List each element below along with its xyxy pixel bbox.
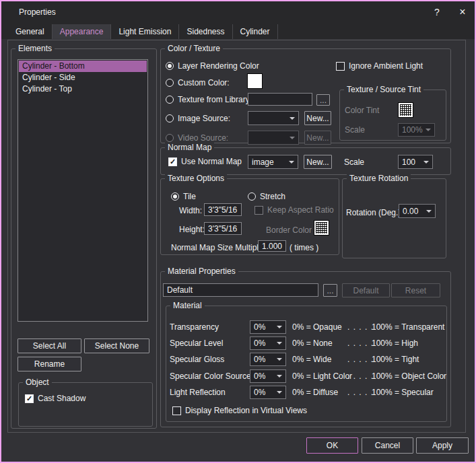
color-tint-swatch[interactable] xyxy=(398,102,413,118)
border-color-swatch[interactable] xyxy=(314,220,329,236)
ignore-ambient-light-checkbox[interactable] xyxy=(336,62,345,71)
row-max-desc: 100% = Tight xyxy=(372,355,419,364)
row-value: 0% xyxy=(254,371,265,381)
normal-map-new-button[interactable]: New... xyxy=(304,155,332,169)
display-reflection-checkbox[interactable] xyxy=(172,406,181,415)
row-min-desc: 0% = None xyxy=(292,339,333,348)
tint-scale-dropdown[interactable]: 100% xyxy=(398,123,435,137)
row-dots: . . . . . xyxy=(347,388,374,397)
use-normal-map-checkbox[interactable]: ✓ xyxy=(168,157,177,166)
dropdown-arrow-icon xyxy=(290,137,295,139)
video-source-new-button[interactable]: New... xyxy=(304,131,331,145)
tab-cylinder[interactable]: Cylinder xyxy=(233,24,278,39)
list-item[interactable]: Cylinder - Top xyxy=(19,83,147,95)
normal-map-scale-dropdown[interactable]: 100 xyxy=(398,155,433,169)
transparency-dropdown[interactable]: 0% xyxy=(250,320,286,334)
width-input[interactable]: 3'3"5/16 xyxy=(204,203,242,216)
row-dots: . . . . . xyxy=(347,339,374,348)
specular-gloss-dropdown[interactable]: 0% xyxy=(250,353,286,366)
dropdown-arrow-icon xyxy=(426,210,432,213)
help-icon: ? xyxy=(434,7,440,17)
video-source-dropdown[interactable] xyxy=(248,131,299,145)
times-label: ( times ) xyxy=(290,243,318,252)
material-reset-button[interactable]: Reset xyxy=(391,283,440,297)
light-reflection-dropdown[interactable]: 0% xyxy=(250,386,286,399)
window-title: Properties xyxy=(19,1,56,23)
material-default-button[interactable]: Default xyxy=(342,283,390,297)
tab-sidedness[interactable]: Sidedness xyxy=(179,24,232,39)
layer-rendering-color-radio[interactable] xyxy=(166,62,174,70)
normal-map-value: image xyxy=(252,157,274,167)
select-all-button[interactable]: Select All xyxy=(18,339,81,353)
texture-from-library-label: Texture from Library: xyxy=(178,95,252,104)
tile-radio[interactable] xyxy=(171,192,179,201)
custom-color-radio[interactable] xyxy=(166,79,174,87)
ok-button[interactable]: OK xyxy=(306,437,358,454)
multiplier-input[interactable]: 1.000 xyxy=(258,240,286,252)
list-item[interactable]: Cylinder - Bottom xyxy=(19,61,147,72)
keep-aspect-ratio-checkbox[interactable] xyxy=(254,206,263,215)
row-max-desc: 100% = Specular xyxy=(372,388,434,397)
tab-appearance[interactable]: Appearance xyxy=(53,24,112,39)
tab-light-emission[interactable]: Light Emission xyxy=(111,24,179,39)
texture-from-library-radio[interactable] xyxy=(166,96,174,104)
row-label: Specular Gloss xyxy=(170,355,224,364)
video-source-radio[interactable] xyxy=(166,134,174,142)
list-item[interactable]: Cylinder - Side xyxy=(19,72,147,83)
material-row-light-reflection: Light Reflection 0% 0% = Diffuse . . . .… xyxy=(170,386,444,400)
tab-bar: General Appearance Light Emission Sidedn… xyxy=(8,24,278,39)
rotation-dropdown[interactable]: 0.00 xyxy=(399,204,436,218)
image-source-radio[interactable] xyxy=(166,114,174,122)
select-none-button[interactable]: Select None xyxy=(84,339,149,353)
material-browse-button[interactable]: ... xyxy=(323,284,337,297)
elements-group-title: Elements xyxy=(15,44,55,54)
image-source-new-button[interactable]: New... xyxy=(304,111,331,125)
title-bar: Properties ? × General Appearance Light … xyxy=(1,1,475,39)
apply-button[interactable]: Apply xyxy=(416,437,469,454)
cancel-button[interactable]: Cancel xyxy=(362,437,413,454)
dropdown-arrow-icon xyxy=(277,342,282,345)
material-name-input[interactable]: Default xyxy=(163,283,318,297)
texture-library-browse-button[interactable]: ... xyxy=(316,94,330,106)
row-dots: . . . . . xyxy=(347,322,374,332)
tint-scale-label: Scale xyxy=(345,125,365,135)
row-label: Transparency xyxy=(170,322,219,332)
tab-general[interactable]: General xyxy=(8,24,53,39)
close-button[interactable]: × xyxy=(454,4,471,20)
texture-library-input[interactable] xyxy=(248,93,312,106)
custom-color-swatch[interactable] xyxy=(247,73,263,89)
row-dots: . . . . . xyxy=(347,371,374,381)
row-label: Specular Level xyxy=(170,339,223,348)
use-normal-map-row: ✓ Use Normal Map xyxy=(168,157,242,166)
material-group-title: Material xyxy=(170,301,205,311)
stretch-radio[interactable] xyxy=(248,192,256,201)
rotation-label: Rotation (Deg.) xyxy=(346,208,401,217)
row-value: 0% xyxy=(254,388,265,397)
texture-options-group-title: Texture Options xyxy=(165,174,227,184)
image-source-label: Image Source: xyxy=(178,114,230,123)
material-row-specular-color-source: Specular Color Source 0% 0% = Light Colo… xyxy=(170,369,444,384)
height-label: Height: xyxy=(179,225,205,234)
tile-row: Tile xyxy=(171,192,196,201)
specular-color-source-dropdown[interactable]: 0% xyxy=(250,369,286,383)
width-label: Width: xyxy=(179,206,202,215)
rename-button[interactable]: Rename xyxy=(18,357,81,371)
image-source-dropdown[interactable] xyxy=(248,111,299,125)
color-texture-group-title: Color / Texture xyxy=(165,44,223,54)
material-row-specular-level: Specular Level 0% 0% = None . . . . . 10… xyxy=(170,336,444,351)
custom-color-label: Custom Color: xyxy=(178,78,230,87)
normal-map-scale-label: Scale xyxy=(344,157,364,167)
cast-shadow-checkbox[interactable]: ✓ xyxy=(25,394,34,403)
display-reflection-label: Display Reflection in Virtual Views xyxy=(185,406,307,415)
row-min-desc: 0% = Light Color xyxy=(292,371,352,381)
height-input[interactable]: 3'3"5/16 xyxy=(204,222,242,235)
normal-map-dropdown[interactable]: image xyxy=(248,155,298,169)
object-group-title: Object xyxy=(23,378,52,388)
elements-list[interactable]: Cylinder - Bottom Cylinder - Side Cylind… xyxy=(18,59,148,322)
normal-map-scale-value: 100 xyxy=(402,157,415,167)
dropdown-arrow-icon xyxy=(426,129,431,131)
row-min-desc: 0% = Diffuse xyxy=(292,388,338,397)
row-value: 0% xyxy=(254,339,265,348)
specular-level-dropdown[interactable]: 0% xyxy=(250,336,286,350)
help-button[interactable]: ? xyxy=(429,4,445,20)
